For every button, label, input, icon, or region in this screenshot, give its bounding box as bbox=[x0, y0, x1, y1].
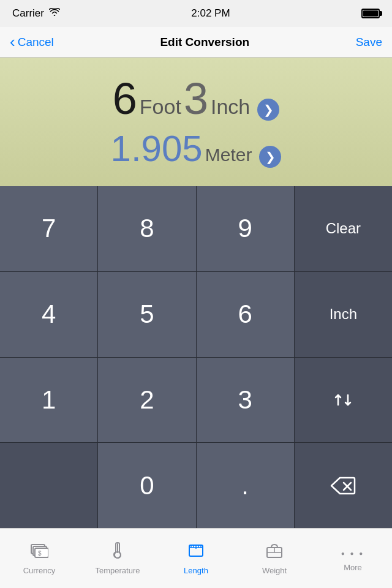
key-6[interactable]: 6 bbox=[197, 272, 294, 357]
primary-display: 6 Foot 3 Inch ❯ bbox=[113, 77, 279, 121]
back-chevron-icon: ‹ bbox=[10, 32, 15, 51]
key-5[interactable]: 5 bbox=[98, 272, 195, 357]
status-right bbox=[361, 9, 380, 18]
status-left: Carrier bbox=[12, 7, 60, 20]
currency-icon: $ bbox=[30, 541, 48, 562]
key-3[interactable]: 3 bbox=[197, 358, 294, 443]
page-title: Edit Conversion bbox=[160, 36, 249, 49]
more-icon: ● ● ● bbox=[341, 545, 365, 557]
primary-value-2: 3 bbox=[184, 77, 208, 121]
secondary-unit-selector[interactable]: ❯ bbox=[259, 146, 281, 168]
wifi-icon bbox=[49, 7, 60, 20]
secondary-unit: Meter bbox=[205, 145, 252, 165]
carrier-label: Carrier bbox=[12, 7, 44, 20]
tab-length[interactable]: Length bbox=[157, 529, 235, 588]
nav-bar: ‹ Cancel Edit Conversion Save bbox=[0, 27, 392, 58]
primary-unit-2: Inch bbox=[211, 95, 250, 119]
status-bar: Carrier 2:02 PM bbox=[0, 0, 392, 27]
battery-icon bbox=[361, 9, 380, 18]
display-area: 6 Foot 3 Inch ❯ 1.905 Meter ❯ bbox=[0, 58, 392, 186]
keypad: 7 8 9 Clear 4 5 6 Inch 1 2 3 0 . bbox=[0, 186, 392, 528]
key-clear[interactable]: Clear bbox=[295, 186, 392, 271]
key-backspace[interactable] bbox=[295, 443, 392, 528]
tab-currency-label: Currency bbox=[23, 566, 56, 575]
tab-currency[interactable]: $ Currency bbox=[0, 529, 78, 588]
length-icon bbox=[187, 541, 205, 562]
tab-temperature[interactable]: Temperature bbox=[78, 529, 157, 588]
key-empty bbox=[0, 443, 97, 528]
key-8[interactable]: 8 bbox=[98, 186, 195, 271]
key-7[interactable]: 7 bbox=[0, 186, 97, 271]
temperature-icon bbox=[108, 541, 127, 562]
primary-value-1: 6 bbox=[113, 77, 137, 121]
key-decimal[interactable]: . bbox=[197, 443, 294, 528]
main-content: 6 Foot 3 Inch ❯ 1.905 Meter ❯ 7 8 9 Clea… bbox=[0, 58, 392, 528]
cancel-label: Cancel bbox=[18, 36, 54, 49]
svg-text:$: $ bbox=[38, 550, 42, 557]
tab-temperature-label: Temperature bbox=[96, 566, 140, 575]
key-inch[interactable]: Inch bbox=[295, 272, 392, 357]
primary-unit-selector[interactable]: ❯ bbox=[257, 99, 279, 121]
tab-bar: $ Currency Temperature bbox=[0, 528, 392, 588]
cancel-button[interactable]: ‹ Cancel bbox=[10, 32, 54, 51]
tab-weight-label: Weight bbox=[262, 566, 287, 575]
secondary-value: 1.905 bbox=[111, 130, 203, 167]
key-0[interactable]: 0 bbox=[98, 443, 195, 528]
tab-weight[interactable]: Weight bbox=[235, 529, 314, 588]
svg-rect-6 bbox=[35, 548, 48, 557]
key-2[interactable]: 2 bbox=[98, 358, 195, 443]
status-time: 2:02 PM bbox=[191, 7, 230, 20]
save-button[interactable]: Save bbox=[356, 36, 382, 49]
key-4[interactable]: 4 bbox=[0, 272, 97, 357]
key-9[interactable]: 9 bbox=[197, 186, 294, 271]
key-1[interactable]: 1 bbox=[0, 358, 97, 443]
tab-more-label: More bbox=[344, 563, 362, 572]
tab-length-label: Length bbox=[184, 566, 208, 575]
secondary-display: 1.905 Meter ❯ bbox=[111, 130, 282, 168]
primary-unit-1: Foot bbox=[140, 95, 181, 119]
key-swap[interactable] bbox=[295, 358, 392, 443]
tab-more[interactable]: ● ● ● More bbox=[314, 529, 392, 588]
weight-icon bbox=[265, 541, 284, 562]
